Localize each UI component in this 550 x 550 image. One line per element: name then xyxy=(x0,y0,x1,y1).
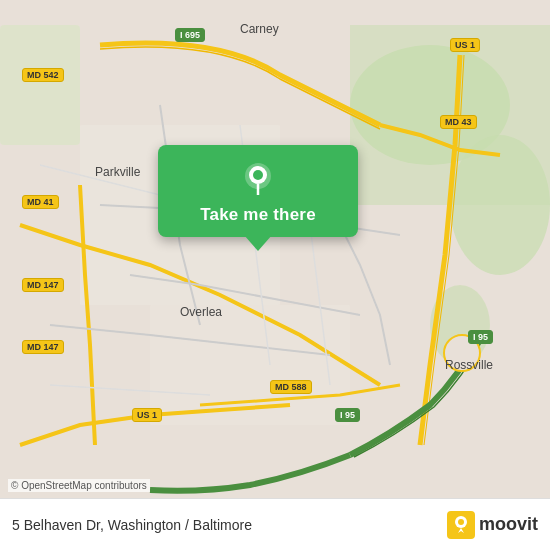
place-label-carney: Carney xyxy=(240,22,279,36)
map-container: I 695 US 1 MD 542 MD 43 MD 41 MD 147 MD … xyxy=(0,0,550,550)
place-label-parkville: Parkville xyxy=(95,165,140,179)
road-badge-md147-bot: MD 147 xyxy=(22,340,64,354)
road-badge-i95-right: I 95 xyxy=(468,330,493,344)
road-badge-us1-bot: US 1 xyxy=(132,408,162,422)
road-badge-md588: MD 588 xyxy=(270,380,312,394)
road-badge-i95-bot: I 95 xyxy=(335,408,360,422)
address-text: 5 Belhaven Dr, Washington / Baltimore xyxy=(12,517,447,533)
road-badge-i695: I 695 xyxy=(175,28,205,42)
moovit-icon xyxy=(447,511,475,539)
svg-point-14 xyxy=(458,519,464,525)
road-badge-md542: MD 542 xyxy=(22,68,64,82)
moovit-text: moovit xyxy=(479,514,538,535)
popup-card[interactable]: Take me there xyxy=(158,145,358,237)
pin-icon xyxy=(240,161,276,197)
road-badge-md41: MD 41 xyxy=(22,195,59,209)
place-label-overlea: Overlea xyxy=(180,305,222,319)
road-badge-md147-top: MD 147 xyxy=(22,278,64,292)
bottom-bar: 5 Belhaven Dr, Washington / Baltimore mo… xyxy=(0,498,550,550)
road-badge-md43: MD 43 xyxy=(440,115,477,129)
svg-rect-4 xyxy=(0,25,80,145)
place-label-rossville: Rossville xyxy=(445,358,493,372)
svg-point-11 xyxy=(253,170,263,180)
map-background xyxy=(0,0,550,550)
road-badge-us1-top: US 1 xyxy=(450,38,480,52)
moovit-logo: moovit xyxy=(447,511,538,539)
attribution: © OpenStreetMap contributors xyxy=(8,479,150,492)
popup-button[interactable]: Take me there xyxy=(200,205,316,225)
